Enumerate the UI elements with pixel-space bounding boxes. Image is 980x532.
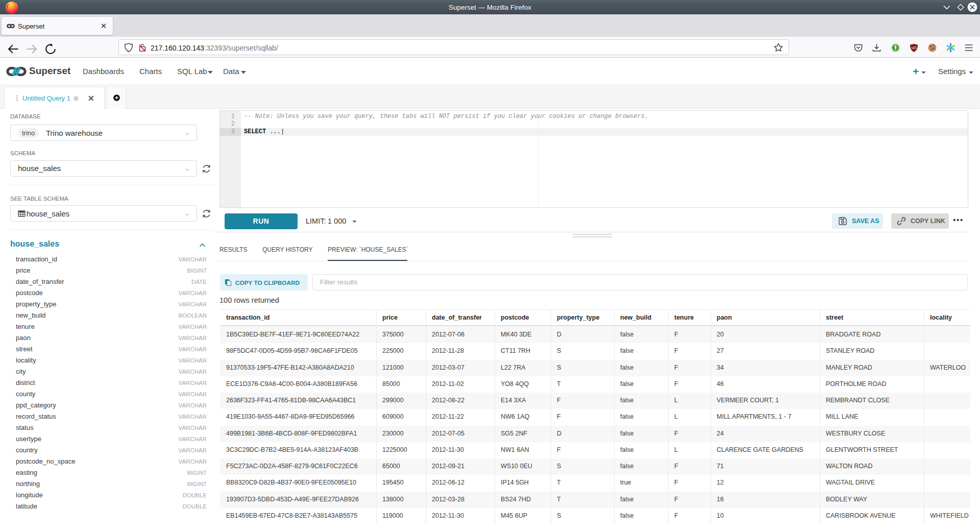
svg-text:uO: uO xyxy=(912,46,917,50)
